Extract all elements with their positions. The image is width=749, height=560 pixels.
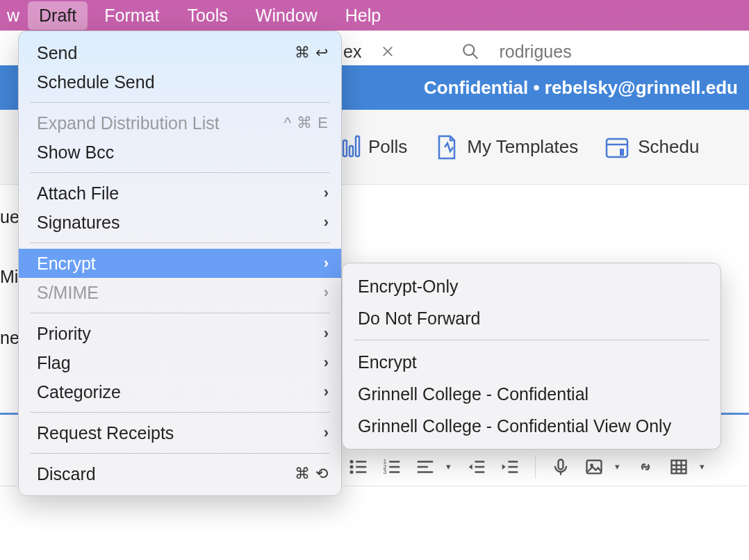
menu-item-label: Categorize <box>37 382 324 402</box>
menu-item-send[interactable]: Send ⌘ ↩ <box>19 38 341 67</box>
submenu-item-label: Encrypt-Only <box>358 277 458 297</box>
menu-item-shortcut: ⌘ ⟲ <box>295 465 329 483</box>
menu-divider <box>30 313 330 313</box>
menu-item-categorize[interactable]: Categorize › <box>19 377 341 406</box>
fragment-text: ne <box>0 328 19 348</box>
menu-item-shortcut: ⌘ ↩ <box>295 44 329 62</box>
confidential-text: Confidential • rebelsky@grinnell.edu <box>424 77 738 99</box>
chevron-down-icon[interactable]: ▾ <box>446 461 456 472</box>
menubar-item-label: Draft <box>39 6 76 25</box>
menu-item-flag[interactable]: Flag › <box>19 348 341 377</box>
menu-item-priority[interactable]: Priority › <box>19 319 341 348</box>
link-icon[interactable] <box>633 454 658 479</box>
menu-item-label: Show Bcc <box>37 142 329 163</box>
menu-item-discard[interactable]: Discard ⌘ ⟲ <box>19 459 341 488</box>
image-icon[interactable] <box>582 454 607 479</box>
menu-item-label: Flag <box>37 353 324 373</box>
menubar-item-help[interactable]: Help <box>334 1 392 30</box>
chevron-right-icon: › <box>324 283 329 302</box>
menu-item-attach-file[interactable]: Attach File › <box>19 179 341 208</box>
menu-item-schedule-send[interactable]: Schedule Send <box>19 67 341 97</box>
submenu-item-gc-confidential-view[interactable]: Grinnell College - Confidential View Onl… <box>343 410 721 442</box>
ribbon-tool-my-templates[interactable]: My Templates <box>432 133 578 161</box>
outdent-icon[interactable] <box>464 454 489 479</box>
tab-suffix-text: ex <box>343 42 361 62</box>
svg-rect-2 <box>343 140 347 156</box>
menu-item-label: Send <box>37 43 295 63</box>
chevron-down-icon[interactable]: ▾ <box>615 461 625 472</box>
menubar-item-label: Format <box>104 6 159 25</box>
submenu-item-label: Do Not Forward <box>358 308 480 329</box>
menubar-item-window[interactable]: Window <box>245 1 329 30</box>
menu-divider <box>30 242 330 243</box>
menu-item-request-receipts[interactable]: Request Receipts › <box>19 418 341 447</box>
toolbar-separator <box>535 455 536 479</box>
indent-icon[interactable] <box>497 454 522 479</box>
menu-item-label: Signatures <box>37 213 324 233</box>
menu-item-label: Request Receipts <box>37 423 324 443</box>
svg-point-7 <box>350 460 354 463</box>
menu-item-smime: S/MIME › <box>19 278 341 307</box>
menu-divider <box>30 412 330 413</box>
chevron-right-icon: › <box>324 184 329 202</box>
draft-menu: Send ⌘ ↩ Schedule Send Expand Distributi… <box>18 31 342 496</box>
menubar-item-label: w <box>7 6 19 25</box>
align-left-icon[interactable] <box>413 454 438 479</box>
menubar-item-label: Window <box>256 6 318 25</box>
chevron-right-icon: › <box>324 213 329 231</box>
menubar-item-prev[interactable]: w <box>4 1 22 30</box>
ribbon-tool-label: Schedu <box>638 136 699 158</box>
ribbon-tool-scheduling[interactable]: Schedu <box>603 133 699 161</box>
svg-rect-3 <box>349 146 353 156</box>
menu-item-expand-dl: Expand Distribution List ^ ⌘ E <box>19 108 341 138</box>
menu-item-label: S/MIME <box>37 283 324 303</box>
table-icon[interactable] <box>666 454 691 479</box>
svg-text:3: 3 <box>384 468 387 475</box>
ribbon-tool-label: My Templates <box>467 136 578 158</box>
svg-rect-6 <box>620 149 624 156</box>
submenu-item-label: Encrypt <box>358 352 417 372</box>
svg-rect-13 <box>559 459 563 469</box>
submenu-item-encrypt-only[interactable]: Encrypt-Only <box>343 270 721 302</box>
menubar-item-label: Tools <box>187 6 227 25</box>
fragment-text: ue <box>0 207 19 227</box>
menu-item-label: Priority <box>37 324 324 344</box>
tab-peek: ex rodrigues <box>343 38 572 65</box>
submenu-item-do-not-forward[interactable]: Do Not Forward <box>343 302 721 334</box>
svg-point-8 <box>350 465 354 468</box>
submenu-item-label: Grinnell College - Confidential View Onl… <box>358 416 671 436</box>
menubar-item-label: Help <box>345 6 381 25</box>
close-tab-icon[interactable] <box>381 44 395 58</box>
svg-rect-5 <box>607 139 627 157</box>
svg-point-9 <box>350 470 354 474</box>
chevron-right-icon: › <box>324 354 329 372</box>
menu-item-show-bcc[interactable]: Show Bcc <box>19 138 341 167</box>
menu-item-encrypt[interactable]: Encrypt › <box>19 249 341 278</box>
menubar-item-tools[interactable]: Tools <box>176 1 238 30</box>
search-icon[interactable] <box>461 42 479 60</box>
submenu-item-encrypt[interactable]: Encrypt <box>343 346 721 378</box>
menubar-item-draft[interactable]: Draft <box>28 1 88 30</box>
svg-rect-16 <box>672 460 686 473</box>
numbered-list-icon[interactable]: 123 <box>379 454 404 479</box>
menu-item-label: Encrypt <box>37 254 324 274</box>
ribbon-tool-polls[interactable]: Polls <box>334 133 407 161</box>
microphone-icon[interactable] <box>548 454 573 479</box>
menubar-item-format[interactable]: Format <box>93 1 170 30</box>
chevron-right-icon: › <box>324 254 329 272</box>
svg-rect-4 <box>356 136 359 156</box>
encrypt-submenu: Encrypt-Only Do Not Forward Encrypt Grin… <box>342 263 721 450</box>
bulleted-list-icon[interactable] <box>346 454 371 479</box>
chevron-right-icon: › <box>324 424 329 442</box>
chevron-down-icon[interactable]: ▾ <box>700 461 709 472</box>
menu-item-signatures[interactable]: Signatures › <box>19 208 341 237</box>
menu-item-shortcut: ^ ⌘ E <box>284 114 329 132</box>
menu-item-label: Expand Distribution List <box>37 113 284 133</box>
template-icon <box>432 133 460 161</box>
menu-item-label: Attach File <box>37 183 324 204</box>
menubar: w Draft Format Tools Window Help <box>0 0 749 31</box>
menu-item-label: Schedule Send <box>37 72 329 92</box>
search-text: rodrigues <box>499 42 571 62</box>
submenu-item-gc-confidential[interactable]: Grinnell College - Confidential <box>343 378 721 410</box>
menu-divider <box>354 340 709 340</box>
